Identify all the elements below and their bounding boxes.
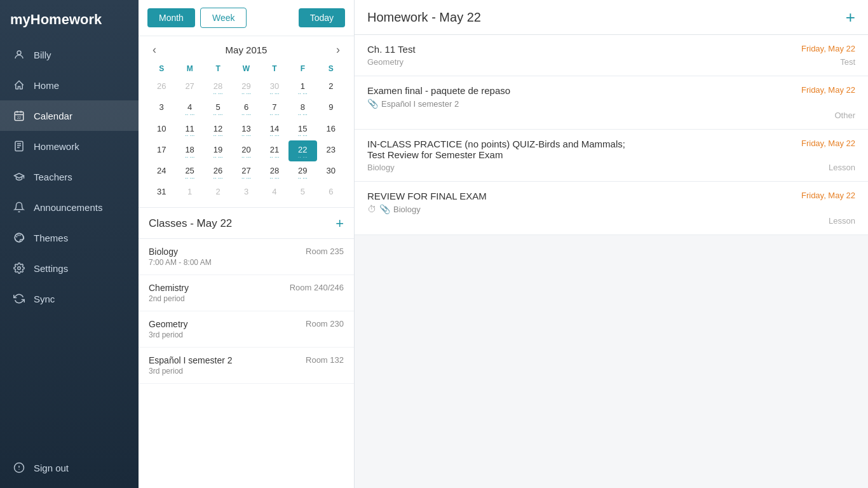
hw-item-date: Friday, May 22 <box>801 44 855 55</box>
hw-class: Geometry <box>367 57 403 67</box>
calendar-day[interactable]: 1 <box>175 182 203 202</box>
sidebar-label-sync: Sync <box>34 294 55 304</box>
sidebar-item-homework[interactable]: Homework <box>0 131 139 161</box>
svg-point-14 <box>18 267 21 270</box>
homework-panel: Homework - May 22 + Ch. 11 Test Friday, … <box>355 0 868 488</box>
calendar-day[interactable]: 27 <box>175 77 203 98</box>
calendar-day[interactable]: 13 <box>232 119 260 140</box>
sidebar-item-sync[interactable]: Sync <box>0 283 139 314</box>
sidebar-item-settings[interactable]: Settings <box>0 253 139 283</box>
calendar-day[interactable]: 8 <box>288 98 316 119</box>
calendar-day[interactable]: 12 <box>204 119 232 140</box>
month-button[interactable]: Month <box>147 8 195 27</box>
today-button[interactable]: Today <box>299 8 345 27</box>
calendar-day[interactable]: 2 <box>317 77 345 98</box>
calendar-day[interactable]: 30 <box>317 161 345 182</box>
sidebar-item-signout[interactable]: Sign out <box>0 452 139 483</box>
calendar-day[interactable]: 21 <box>261 140 288 161</box>
calendar-day[interactable]: 30 <box>261 77 288 98</box>
calendar-panel: Month Week Today ‹ May 2015 › S M T W T … <box>139 0 355 488</box>
table-row[interactable]: REVIEW FOR FINAL EXAM Friday, May 22 ⏱ 📎… <box>355 182 868 235</box>
calendar-day[interactable]: 24 <box>147 161 175 182</box>
table-row[interactable]: Examen final - paquete de repaso Friday,… <box>355 76 868 130</box>
dow-t2: T <box>261 62 288 76</box>
add-class-button[interactable]: + <box>336 217 344 231</box>
calendar-day[interactable]: 31 <box>147 182 175 202</box>
sidebar-item-announcements[interactable]: Announcements <box>0 192 139 222</box>
list-item[interactable]: Biology 7:00 AM - 8:00 AM Room 235 <box>139 239 354 275</box>
week-button[interactable]: Week <box>200 8 247 28</box>
calendar-day[interactable]: 7 <box>261 98 288 119</box>
list-item[interactable]: Chemistry 2nd period Room 240/246 <box>139 275 354 311</box>
calendar-day[interactable]: 2 <box>204 182 232 202</box>
calendar-day[interactable]: 4 <box>175 98 203 119</box>
calendar-day[interactable]: 19 <box>204 140 232 161</box>
hw-item-name: Examen final - paquete de repaso <box>367 85 510 96</box>
list-item[interactable]: Español I semester 2 3rd period Room 132 <box>139 348 354 384</box>
class-period: 7:00 AM - 8:00 AM <box>149 258 212 267</box>
list-item[interactable]: Geometry 3rd period Room 230 <box>139 311 354 348</box>
dow-f: F <box>288 62 316 76</box>
sidebar-label-billy: Billy <box>34 50 51 60</box>
prev-month-button[interactable]: ‹ <box>147 43 161 57</box>
calendar-day[interactable]: 6 <box>232 98 260 119</box>
signout-icon <box>12 461 26 475</box>
calendar-day[interactable]: 28 <box>261 161 288 182</box>
calendar-week-row: 10111213141516 <box>147 119 345 140</box>
classes-panel: Classes - May 22 + Biology 7:00 AM - 8:0… <box>139 207 354 384</box>
calendar-day[interactable]: 6 <box>317 182 345 202</box>
calendar-day[interactable]: 14 <box>261 119 288 140</box>
calendar-day[interactable]: 16 <box>317 119 345 140</box>
hw-type: Lesson <box>829 216 855 226</box>
sidebar-item-home[interactable]: Home <box>0 70 139 100</box>
sidebar-item-themes[interactable]: Themes <box>0 222 139 253</box>
sidebar-item-billy[interactable]: Billy <box>0 39 139 70</box>
user-icon <box>12 48 26 62</box>
calendar-day[interactable]: 17 <box>147 140 175 161</box>
calendar-day[interactable]: 29 <box>288 161 316 182</box>
attach-label: Español I semester 2 <box>381 99 459 109</box>
next-month-button[interactable]: › <box>331 43 345 57</box>
day-of-week-row: S M T W T F S <box>147 62 345 76</box>
homework-header: Homework - May 22 + <box>355 0 868 35</box>
svg-point-11 <box>16 236 17 237</box>
calendar-day[interactable]: 22 <box>288 140 316 161</box>
calendar-day[interactable]: 27 <box>232 161 260 182</box>
calendar-day[interactable]: 4 <box>261 182 288 202</box>
calendar-day[interactable]: 3 <box>147 98 175 119</box>
calendar-day[interactable]: 25 <box>175 161 203 182</box>
table-row[interactable]: Ch. 11 Test Friday, May 22 Geometry Test <box>355 35 868 76</box>
hw-item-name: REVIEW FOR FINAL EXAM <box>367 191 487 201</box>
calendar-month-nav: ‹ May 2015 › <box>139 36 354 59</box>
sidebar-label-settings: Settings <box>34 263 68 274</box>
calendar-day[interactable]: 10 <box>147 119 175 140</box>
calendar-day[interactable]: 29 <box>232 77 260 98</box>
themes-icon <box>12 231 26 245</box>
calendar-day[interactable]: 1 <box>288 77 316 98</box>
calendar-day[interactable]: 28 <box>204 77 232 98</box>
class-room: Room 132 <box>306 355 344 365</box>
classes-header: Classes - May 22 + <box>139 208 354 239</box>
attachment-icon: 📎 <box>379 204 390 214</box>
calendar-day[interactable]: 26 <box>147 77 175 98</box>
logo-bold: my <box>10 11 31 27</box>
sidebar-label-home: Home <box>34 80 59 91</box>
calendar-day[interactable]: 11 <box>175 119 203 140</box>
calendar-day[interactable]: 5 <box>288 182 316 202</box>
calendar-day[interactable]: 15 <box>288 119 316 140</box>
calendar-day[interactable]: 26 <box>204 161 232 182</box>
calendar-day[interactable]: 5 <box>204 98 232 119</box>
sidebar-label-homework: Homework <box>34 141 79 152</box>
calendar-day[interactable]: 23 <box>317 140 345 161</box>
hw-item-date: Friday, May 22 <box>801 85 855 96</box>
sidebar-item-teachers[interactable]: Teachers <box>0 161 139 192</box>
sidebar-item-calendar[interactable]: 22 Calendar <box>0 100 139 131</box>
calendar-day[interactable]: 20 <box>232 140 260 161</box>
add-homework-button[interactable]: + <box>846 9 855 25</box>
calendar-day[interactable]: 18 <box>175 140 203 161</box>
calendar-day[interactable]: 9 <box>317 98 345 119</box>
calendar-day[interactable]: 3 <box>232 182 260 202</box>
table-row[interactable]: IN-CLASS PRACTICE (no points) QUIZ-Birds… <box>355 130 868 182</box>
class-period: 3rd period <box>149 330 187 339</box>
class-period: 2nd period <box>149 294 189 303</box>
